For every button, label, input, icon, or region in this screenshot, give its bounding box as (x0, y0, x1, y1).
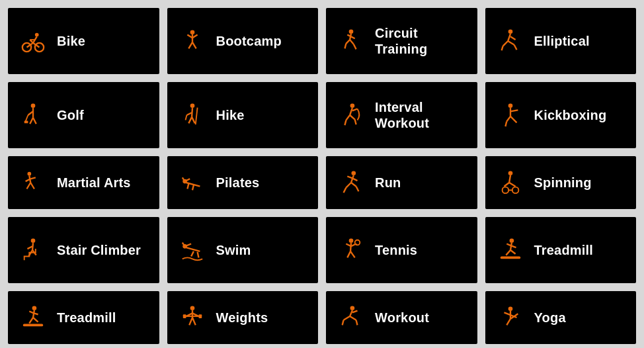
svg-line-47 (352, 109, 358, 111)
svg-line-90 (182, 243, 184, 247)
svg-line-93 (197, 252, 198, 258)
svg-point-50 (508, 103, 512, 108)
elliptical-label: Elliptical (534, 33, 590, 49)
svg-line-130 (342, 320, 344, 326)
svg-line-49 (355, 120, 356, 125)
svg-line-41 (192, 117, 195, 124)
svg-line-32 (30, 118, 33, 124)
treadmill-icon (496, 236, 525, 265)
svg-line-48 (345, 120, 346, 126)
svg-point-76 (508, 171, 512, 175)
bootcamp-icon (178, 26, 207, 56)
yoga-label: Yoga (534, 310, 566, 326)
pilates-icon (178, 168, 207, 197)
svg-line-134 (504, 312, 510, 315)
svg-line-70 (347, 177, 352, 179)
run-icon (337, 168, 366, 197)
swim-label: Swim (216, 242, 251, 258)
svg-line-17 (350, 40, 354, 44)
svg-line-45 (346, 115, 350, 120)
treadmill1-label: Treadmill (534, 242, 594, 258)
workout-grid: Bike Bootcamp (0, 0, 644, 348)
card-pilates[interactable]: Pilates (167, 156, 319, 209)
card-yoga[interactable]: Yoga (485, 291, 637, 344)
card-golf[interactable]: Golf (8, 82, 159, 148)
weights-icon (178, 303, 207, 332)
yoga-icon (496, 303, 525, 332)
svg-line-21 (354, 44, 356, 50)
interval-icon (337, 101, 366, 130)
bike-icon (19, 26, 48, 56)
circuit-icon (337, 26, 366, 56)
svg-line-78 (504, 183, 509, 187)
svg-line-59 (30, 177, 36, 179)
svg-point-94 (349, 238, 354, 243)
svg-line-20 (345, 44, 346, 49)
treadmill2-icon (19, 303, 48, 332)
hike-icon (178, 101, 207, 130)
card-treadmill2[interactable]: Treadmill (8, 291, 159, 344)
svg-line-114 (33, 318, 38, 322)
svg-line-52 (510, 110, 518, 111)
svg-point-125 (350, 306, 355, 310)
card-circuit-training[interactable]: Circuit Training (326, 8, 477, 74)
bike-label: Bike (57, 33, 85, 49)
circuit-label: Circuit Training (375, 25, 467, 57)
svg-line-123 (189, 318, 192, 325)
bootcamp-label: Bootcamp (216, 33, 282, 49)
run-label: Run (375, 175, 401, 191)
svg-line-65 (192, 185, 194, 191)
svg-point-2 (35, 33, 39, 37)
card-stair-climber[interactable]: Stair Climber (8, 217, 159, 283)
svg-line-25 (508, 41, 514, 45)
card-tennis[interactable]: Tennis (326, 217, 477, 283)
svg-line-23 (508, 34, 510, 41)
svg-point-36 (190, 103, 194, 108)
card-swim[interactable]: Swim (167, 217, 319, 283)
svg-point-22 (508, 29, 512, 34)
svg-point-29 (31, 103, 36, 108)
card-treadmill1[interactable]: Treadmill (485, 217, 637, 283)
svg-line-74 (344, 188, 346, 193)
card-spinning[interactable]: Spinning (485, 156, 637, 209)
svg-line-101 (350, 251, 355, 258)
svg-line-126 (350, 310, 352, 316)
svg-rect-35 (24, 121, 28, 124)
card-run[interactable]: Run (326, 156, 477, 209)
pilates-label: Pilates (216, 175, 260, 191)
svg-line-85 (27, 246, 32, 249)
svg-rect-121 (182, 314, 186, 318)
card-elliptical[interactable]: Elliptical (485, 8, 637, 74)
svg-line-100 (347, 251, 350, 258)
svg-line-28 (514, 45, 516, 50)
svg-line-95 (350, 243, 351, 251)
tennis-icon (337, 236, 366, 265)
svg-point-68 (351, 171, 356, 175)
card-workout[interactable]: Workout (326, 291, 477, 344)
svg-point-83 (31, 238, 36, 243)
svg-line-39 (185, 115, 186, 120)
card-martial-arts[interactable]: Martial Arts (8, 156, 159, 209)
svg-line-27 (501, 46, 503, 51)
svg-line-16 (346, 40, 350, 44)
card-weights[interactable]: Weights (167, 291, 319, 344)
card-bike[interactable]: Bike (8, 8, 159, 74)
hike-label: Hike (216, 107, 245, 123)
spinning-label: Spinning (534, 175, 592, 191)
svg-point-102 (509, 238, 514, 243)
svg-line-73 (351, 183, 356, 187)
card-bootcamp[interactable]: Bootcamp (167, 8, 319, 74)
svg-point-43 (350, 103, 355, 108)
card-kickboxing[interactable]: Kickboxing (485, 82, 637, 148)
svg-point-109 (32, 306, 37, 310)
card-hike[interactable]: Hike (167, 82, 319, 148)
card-interval-workout[interactable]: Interval Workout (326, 82, 477, 148)
kickboxing-icon (496, 101, 525, 130)
svg-line-105 (510, 245, 516, 247)
svg-point-8 (190, 30, 194, 34)
svg-line-64 (187, 184, 188, 189)
svg-line-24 (503, 41, 508, 46)
interval-label: Interval Workout (375, 99, 467, 131)
svg-line-79 (509, 183, 516, 187)
svg-line-89 (186, 247, 200, 251)
